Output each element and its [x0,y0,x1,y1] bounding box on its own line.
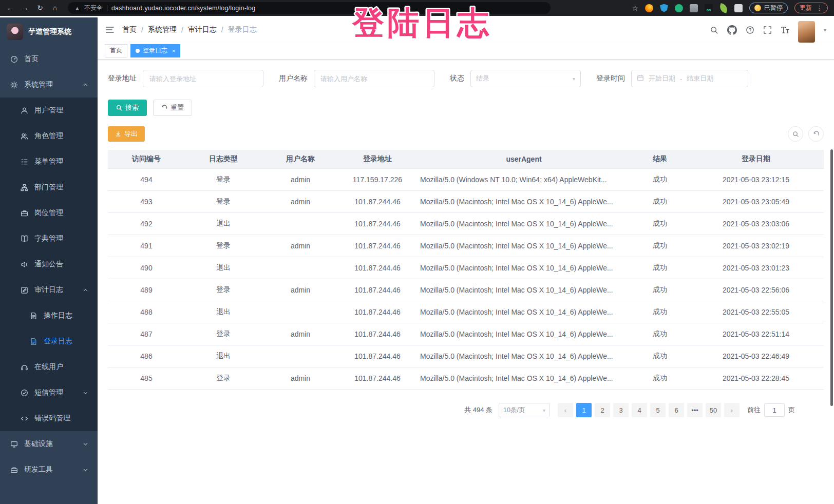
logo-image [7,24,23,40]
cell-user: admin [262,330,339,338]
login-address-input[interactable] [143,70,263,87]
extension-firefox-icon[interactable] [645,4,653,12]
status-select[interactable]: 结果 ▾ [470,70,581,87]
refresh-button[interactable] [808,126,824,142]
github-icon[interactable] [727,25,737,35]
sidebar-item[interactable]: 部门管理 [0,175,98,200]
home-button[interactable]: ⌂ [51,0,59,16]
help-icon[interactable] [746,26,754,34]
cell-agent: Mozilla/5.0 (Macintosh; Intel Mac OS X 1… [416,374,632,382]
hamburger-icon[interactable] [105,25,115,34]
cell-type: 登录 [185,374,262,383]
sidebar-item-label: 错误码管理 [34,414,88,423]
cell-result: 成功 [632,285,688,295]
browser-menu-icon[interactable]: ⋮ [816,4,823,12]
chevron-down-icon[interactable]: ▾ [824,27,826,33]
sidebar-item-label: 操作日志 [44,311,88,320]
cell-type: 登录 [185,285,262,295]
bookmark-star-icon[interactable]: ☆ [632,4,638,12]
sidebar-item[interactable]: 岗位管理 [0,200,98,226]
sidebar-item[interactable]: 系统管理 [0,72,98,98]
extension-shield-icon[interactable] [660,4,668,12]
breadcrumb-item[interactable]: 首页 [122,25,137,34]
page-button[interactable]: 50 [706,403,721,417]
pagination: 共 494 条10条/页▾‹123456•••50›前往页 [108,390,824,417]
sidebar-item-label: 审计日志 [34,285,77,295]
cell-type: 登录 [185,197,262,206]
chevron-down-icon [83,467,88,473]
search-icon[interactable] [710,26,718,34]
tab-tag[interactable]: 首页 [105,44,127,57]
sidebar-item[interactable]: 用户管理 [0,98,98,123]
sidebar-item[interactable]: 在线用户 [0,354,98,380]
user-avatar[interactable] [798,21,815,43]
sidebar-item[interactable]: 基础设施 [0,431,98,457]
cell-result: 成功 [632,374,688,383]
status-label: 状态 [450,74,464,83]
login-log-table: 访问编号日志类型用户名称登录地址userAgent结果登录日期494登录admi… [108,150,824,390]
cell-result: 成功 [632,263,688,273]
sidebar-item[interactable]: 菜单管理 [0,149,98,175]
page-button[interactable]: 3 [613,403,629,417]
font-size-icon[interactable] [781,26,789,34]
extension-grid-icon[interactable] [690,4,698,12]
next-page-button[interactable]: › [724,403,740,417]
table-row: 492退出101.87.244.46Mozilla/5.0 (Macintosh… [108,213,824,235]
forward-button[interactable]: → [21,0,29,16]
reload-button[interactable]: ↻ [36,0,44,16]
breadcrumb-item[interactable]: 系统管理 [148,25,177,34]
prev-page-button[interactable]: ‹ [558,403,573,417]
sidebar-item[interactable]: 审计日志 [0,277,98,303]
sidebar-item[interactable]: 短信管理 [0,380,98,405]
sidebar-item[interactable]: 首页 [0,46,98,72]
sidebar-item[interactable]: 操作日志 [0,303,98,328]
cell-result: 成功 [632,241,688,250]
username-label: 用户名称 [279,74,308,83]
page-button[interactable]: 1 [576,403,592,417]
back-button[interactable]: ← [6,0,14,16]
cell-result: 成功 [632,352,688,361]
more-pages-button[interactable]: ••• [687,403,703,417]
toggle-search-button[interactable] [788,126,803,142]
page-button[interactable]: 4 [632,403,647,417]
close-icon[interactable]: × [172,48,175,54]
sidebar-item[interactable]: 字典管理 [0,226,98,251]
sidebar-item[interactable]: 角色管理 [0,123,98,149]
filter-login-address: 登录地址 [108,70,263,87]
page-button[interactable]: 5 [650,403,666,417]
extension-green-icon[interactable] [675,4,683,12]
table-row: 485登录admin101.87.244.46Mozilla/5.0 (Maci… [108,367,824,390]
scrollbar[interactable] [830,16,833,504]
briefcase-icon [21,209,28,217]
date-range-picker[interactable]: 开始日期 - 结束日期 [631,70,748,87]
sidebar-menu: 首页系统管理用户管理角色管理菜单管理部门管理岗位管理字典管理通知公告审计日志操作… [0,46,98,482]
page-button[interactable]: 6 [669,403,684,417]
cell-agent: Mozilla/5.0 (Macintosh; Intel Mac OS X 1… [416,286,632,294]
app-logo[interactable]: 芋道管理系统 [0,17,98,46]
reset-button[interactable]: 重置 [153,100,192,116]
page-size-select[interactable]: 10条/页▾ [499,403,550,417]
sidebar-item[interactable]: 通知公告 [0,251,98,277]
fullscreen-icon[interactable] [763,26,772,34]
goto-page-input[interactable] [764,403,785,417]
cell-result: 成功 [632,175,688,184]
extension-feather-icon[interactable] [718,3,729,13]
profile-chip[interactable]: 已暂停 [749,3,788,13]
extension-puzzle-icon[interactable] [734,4,743,12]
scrollbar-thumb[interactable] [830,149,833,406]
breadcrumb-item[interactable]: 审计日志 [188,25,217,34]
address-bar[interactable]: ▲ 不安全 dashboard.yudao.iocoder.cn/system/… [68,2,551,14]
table-row: 494登录admin117.159.17.226Mozilla/5.0 (Win… [108,169,824,191]
sidebar-item[interactable]: 错误码管理 [0,405,98,431]
extension-on-icon[interactable]: on [705,4,713,12]
sidebar-item[interactable]: 登录日志 [0,328,98,354]
username-input[interactable] [314,70,434,87]
cell-ip: 101.87.244.46 [339,330,416,338]
search-button[interactable]: 搜索 [108,100,147,116]
export-button[interactable]: 导出 [108,126,145,142]
sidebar-item[interactable]: 研发工具 [0,457,98,482]
tab-tag[interactable]: 登录日志× [130,44,180,57]
org-tree-icon [21,184,28,191]
update-button[interactable]: 更新 ⋮ [794,3,828,13]
page-button[interactable]: 2 [595,403,610,417]
